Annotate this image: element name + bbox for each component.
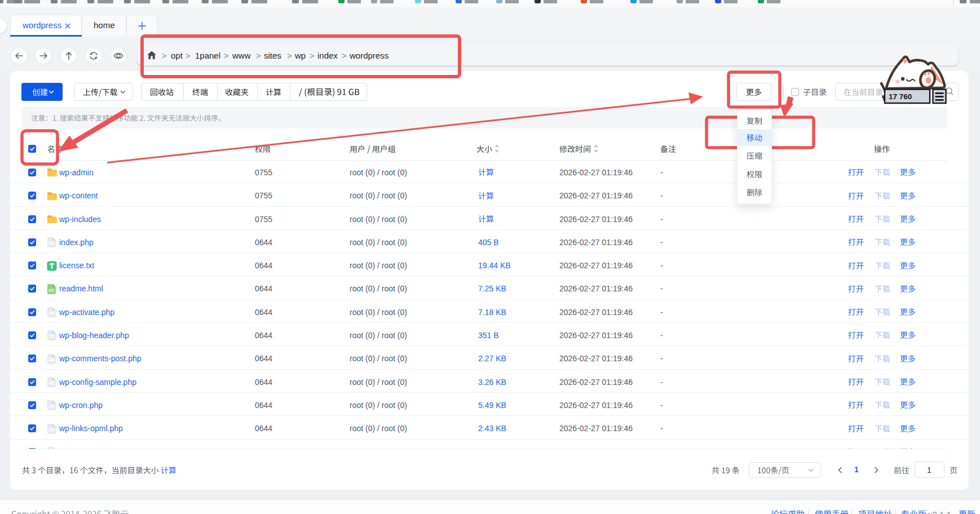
svg-text:17 760: 17 760 [889,92,912,101]
